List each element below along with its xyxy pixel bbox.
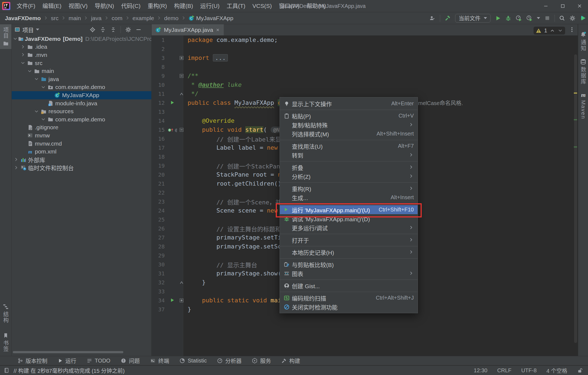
tree-item[interactable]: com.example.demo <box>12 83 151 91</box>
hide-panel-icon[interactable] <box>136 27 142 33</box>
tool-window-button-hammer[interactable]: 构建 <box>281 357 300 365</box>
code-line[interactable]: 8 <box>152 62 578 71</box>
code-line[interactable]: 9/** <box>152 71 578 80</box>
context-menu-item[interactable]: 分析(Z) <box>280 172 418 181</box>
tool-window-Maven-button[interactable]: mMaven <box>578 92 588 119</box>
tool-window-button-stat[interactable]: Statistic <box>179 358 207 364</box>
fold-marker[interactable] <box>178 128 185 132</box>
tree-item[interactable]: 临时文件和控制台 <box>12 164 151 172</box>
tree-expand-icon[interactable] <box>13 36 18 41</box>
run-configuration-selector[interactable]: 当前文件 <box>455 14 491 23</box>
context-menu-item[interactable]: 图表 <box>280 269 418 278</box>
run-line-icon[interactable] <box>170 100 175 105</box>
tool-window-project-button[interactable]: 项目 <box>0 24 11 49</box>
tool-window-button-play[interactable]: 运行 <box>58 357 76 365</box>
tree-item[interactable]: java <box>12 75 151 83</box>
background-tasks-icon[interactable] <box>4 367 10 373</box>
tree-expand-icon[interactable] <box>40 85 47 90</box>
breadcrumb-item[interactable]: src <box>50 15 59 21</box>
tree-item[interactable]: src <box>12 59 151 67</box>
code-line[interactable]: 1package com.example.demo; <box>152 35 578 44</box>
context-menu-item[interactable]: 创建 Gist... <box>280 281 418 290</box>
context-menu-item[interactable]: 更多运行/调试 <box>280 223 418 232</box>
code-line[interactable]: 10 * @author luke <box>152 80 578 89</box>
menubar-item[interactable]: 视图(V) <box>65 0 91 12</box>
breadcrumb-item[interactable]: java <box>90 15 102 21</box>
locate-file-icon[interactable] <box>90 27 96 33</box>
chevron-down-icon[interactable] <box>36 29 39 30</box>
tree-item[interactable]: main <box>12 67 151 75</box>
tool-window-button-branch[interactable]: 版本控制 <box>17 357 47 365</box>
tool-window-button-terminal[interactable]: 终端 <box>150 357 169 365</box>
tree-item[interactable]: CMyJavaFXApp <box>12 91 151 99</box>
inspections-widget[interactable]: 1 <box>534 27 565 35</box>
status-clock-position-widget[interactable]: 12:30 <box>474 367 487 374</box>
tool-window-button-services[interactable]: 服务 <box>252 357 271 365</box>
code-line[interactable]: 2 <box>152 44 578 53</box>
context-menu-item[interactable]: 重构(R) <box>280 184 418 193</box>
context-menu-item[interactable]: 显示上下文操作Alt+Enter <box>280 99 418 108</box>
tool-window-button-todo[interactable]: TODO <box>87 358 110 364</box>
breadcrumb-item[interactable]: CMyJavaFXApp <box>188 15 234 21</box>
panel-settings-gear-icon[interactable] <box>125 27 131 33</box>
context-menu-item[interactable]: 查找用法(U)Alt+F7 <box>280 142 418 150</box>
code-line[interactable]: 3import ... <box>152 53 578 62</box>
breadcrumb-item[interactable]: demo <box>164 15 179 21</box>
debug-button[interactable] <box>505 15 511 21</box>
context-menu-item[interactable]: 复制/粘贴特殊 <box>280 120 418 129</box>
status-encoding-widget[interactable]: UTF-8 <box>521 367 537 374</box>
prev-warning-chevron-up-icon[interactable] <box>550 28 555 33</box>
tree-expand-icon[interactable] <box>40 117 47 122</box>
tree-item[interactable]: Jmodule-info.java <box>12 99 151 107</box>
maximize-button[interactable] <box>554 0 571 12</box>
expand-all-icon[interactable] <box>100 27 106 33</box>
tree-item[interactable]: .idea <box>12 43 151 51</box>
menubar-item[interactable]: 文件(F) <box>13 0 39 12</box>
tool-window-button-prof2[interactable]: 分析器 <box>217 357 241 365</box>
menubar-item[interactable]: 代码(C) <box>118 0 144 12</box>
context-menu-item[interactable]: 与剪贴板比较(B) <box>280 260 418 269</box>
plugin-colorful-icon[interactable] <box>580 15 586 21</box>
context-menu-item[interactable]: 编码规约扫描Ctrl+Alt+Shift+J <box>280 293 418 302</box>
tree-item[interactable]: .gitignore <box>12 124 151 132</box>
tree-expand-icon[interactable] <box>26 69 33 74</box>
run-line-icon[interactable] <box>170 298 175 303</box>
horizontal-scrollbar[interactable] <box>13 351 123 353</box>
tree-item[interactable]: resources <box>12 107 151 115</box>
breadcrumb-item[interactable]: com <box>111 15 123 21</box>
tab-options-dots-icon[interactable] <box>569 26 575 33</box>
tree-expand-icon[interactable] <box>33 109 40 114</box>
fold-marker[interactable] <box>178 298 185 303</box>
search-everywhere-icon[interactable] <box>559 15 565 21</box>
fold-marker[interactable] <box>178 92 185 96</box>
tree-expand-icon[interactable] <box>13 157 20 162</box>
coverage-run-button[interactable] <box>526 15 532 21</box>
overrides-method-icon[interactable]: O@ <box>168 127 177 133</box>
close-tab-icon[interactable] <box>216 28 220 32</box>
tree-item[interactable]: JavaFXDemo[Demo]D:\IDEAProjects\JCNCProj… <box>12 35 151 43</box>
tree-item[interactable]: com.example.demo <box>12 115 151 124</box>
menubar-item[interactable]: 编辑(E) <box>39 0 65 12</box>
context-menu-item[interactable]: 生成...Alt+Insert <box>280 193 418 202</box>
fold-marker[interactable] <box>178 74 185 78</box>
more-run-options-icon[interactable] <box>537 17 540 19</box>
settings-gear-icon[interactable] <box>569 15 575 21</box>
tree-expand-icon[interactable] <box>20 44 26 50</box>
menubar-item[interactable]: 构建(B) <box>170 0 197 12</box>
close-button[interactable] <box>571 0 588 12</box>
build-hammer-icon[interactable] <box>445 15 451 21</box>
breadcrumb-item[interactable]: example <box>132 15 155 21</box>
context-menu-item[interactable]: 转到 <box>280 150 418 159</box>
menubar-item[interactable]: VCS(S) <box>249 0 275 12</box>
user-account-icon[interactable] <box>429 16 436 21</box>
tool-window-数据库-button[interactable]: 数据库 <box>578 59 588 85</box>
breadcrumb-item[interactable]: JavaFXDemo <box>4 15 41 21</box>
tree-expand-icon[interactable] <box>33 76 40 82</box>
unlocked-padlock-icon[interactable] <box>577 367 583 373</box>
context-menu-item[interactable]: 打开于 <box>280 235 418 244</box>
status-line-separator-widget[interactable]: CRLF <box>497 367 511 374</box>
fold-marker[interactable] <box>178 56 185 60</box>
context-menu-item[interactable]: 粘贴(P)Ctrl+V <box>280 111 418 120</box>
tool-window-通知-button[interactable]: 通知 <box>578 31 588 51</box>
tree-item[interactable]: .mvn <box>12 51 151 59</box>
